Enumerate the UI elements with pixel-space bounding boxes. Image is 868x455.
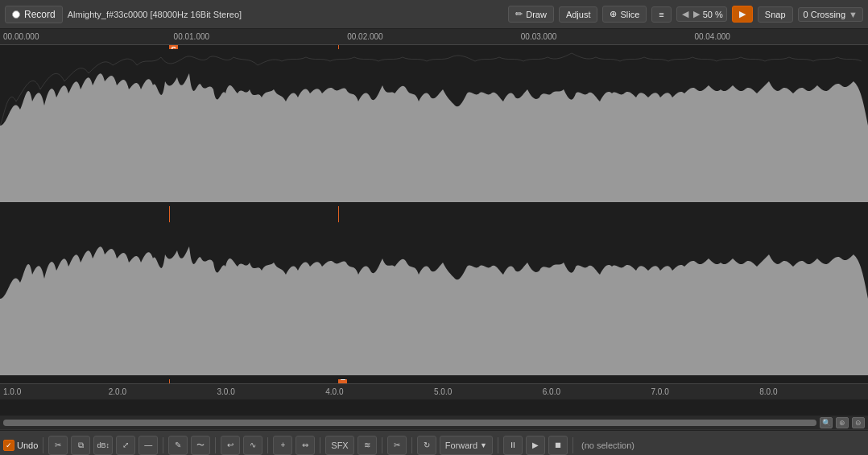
ruler-marks: 00.00.000 00.01.000 00.02.000 00.03.000 … (0, 29, 868, 44)
cut-button[interactable]: ✂ (48, 436, 68, 455)
wave-icon: ∿ (250, 441, 256, 449)
time-ruler: 00.00.000 00.01.000 00.02.000 00.03.000 … (0, 29, 868, 45)
scissors-button[interactable]: ✂ (387, 436, 407, 455)
divider-5 (320, 437, 320, 453)
wavy-button[interactable]: 〜 (191, 436, 210, 455)
pause-button[interactable]: ⏸ (503, 436, 523, 455)
stop-button[interactable]: ⏹ (548, 436, 568, 455)
waveform-icon-button[interactable]: ≋ (358, 436, 377, 455)
zoom-out-button[interactable]: ⊖ (852, 417, 865, 428)
zoom-in-button[interactable]: ⊕ (836, 417, 849, 428)
expand-icon: ⇔ (302, 441, 308, 449)
copy-icon: ⧉ (78, 441, 84, 450)
scroll-thumb[interactable] (3, 420, 816, 426)
slice-icon: ⊕ (610, 9, 617, 19)
wavy-icon: 〜 (196, 440, 205, 451)
bottom-mark-6: 7.0.0 (651, 387, 669, 396)
divider-2 (163, 437, 163, 453)
draw-label: Draw (526, 10, 547, 19)
status-text: (no selection) (581, 441, 634, 450)
wave-button[interactable]: ∿ (243, 436, 262, 455)
bottom-ruler: 1.0.0 2.0.0 3.0.0 4.0.0 5.0.0 6.0.0 7.0.… (0, 383, 868, 399)
bottom-mark-2: 3.0.0 (217, 387, 235, 396)
loop-button[interactable]: ↻ (417, 436, 436, 455)
pencil-button[interactable]: ✎ (168, 436, 188, 455)
expand-button[interactable]: ⇔ (296, 436, 315, 455)
ruler-mark-2: 00.02.000 (347, 32, 383, 41)
ruler-mark-4: 00.04.000 (694, 32, 730, 41)
plus-icon: + (280, 441, 285, 449)
bottom-mark-7: 8.0.0 (759, 387, 777, 396)
cut-icon: ✂ (55, 441, 61, 449)
ruler-mark-0: 00.00.000 (3, 32, 39, 41)
bars-icon: ≡ (659, 10, 663, 19)
db-icon: dB↕ (97, 441, 110, 449)
waveform-icon: ≋ (364, 441, 370, 449)
dash-button[interactable]: — (138, 436, 158, 455)
play-icon: ▶ (739, 9, 746, 19)
crossing-dropdown-arrow[interactable]: ▼ (849, 10, 858, 19)
stop-icon: ⏹ (554, 441, 562, 449)
zoom-right-arrow[interactable]: ▶ (692, 9, 701, 19)
crossing-area: 0 Crossing ▼ (798, 7, 863, 22)
bottom-mark-0: 1.0.0 (3, 387, 21, 396)
check-mark: ✓ (6, 441, 12, 449)
bottom-mark-3: 4.0.0 (325, 387, 343, 396)
divider-6 (382, 437, 382, 453)
waveform-container: 00.00.000 00.01.000 00.02.000 00.03.000 … (0, 29, 868, 416)
undo-icon: ↩ (227, 441, 234, 449)
draw-button[interactable]: ✏ Draw (508, 6, 554, 23)
dash-icon: — (144, 441, 152, 449)
divider-1 (43, 437, 43, 453)
crossing-label: 0 Crossing (804, 10, 846, 19)
ruler-mark-1: 00.01.000 (174, 32, 210, 41)
scroll-track[interactable] (3, 420, 816, 426)
move-icon: ⤢ (122, 441, 129, 449)
copy-button[interactable]: ⧉ (71, 436, 90, 455)
forward-label: Forward (445, 441, 477, 450)
divider-4 (267, 437, 268, 453)
loop-icon: ↻ (424, 441, 430, 449)
bars-icon-button[interactable]: ≡ (651, 6, 671, 23)
waveform-canvas[interactable]: S E (0, 45, 868, 383)
scrollbar-area: 🔍 ⊕ ⊖ (0, 416, 868, 430)
db-button[interactable]: dB↕ (93, 436, 113, 455)
move-button[interactable]: ⤢ (116, 436, 135, 455)
play-orange-button[interactable]: ▶ (732, 6, 753, 23)
undo-icon-button[interactable]: ↩ (221, 436, 240, 455)
zoom-left-arrow[interactable]: ◀ (680, 9, 690, 19)
zoom-control: ◀ ▶ 50 % (676, 6, 727, 22)
forward-dropdown-arrow: ▼ (480, 441, 487, 449)
sfx-label: SFX (331, 441, 348, 450)
divider-8 (498, 437, 498, 453)
adjust-button[interactable]: Adjust (559, 6, 598, 23)
undo-area: ✓ Undo (3, 440, 38, 451)
bottom-mark-4: 5.0.0 (434, 387, 452, 396)
pencil-icon: ✏ (515, 9, 523, 19)
plus-button[interactable]: + (273, 436, 292, 455)
undo-checkbox[interactable]: ✓ (3, 440, 14, 451)
play-icon: ▶ (532, 441, 539, 449)
search-icon[interactable]: 🔍 (820, 417, 833, 428)
bottom-toolbar: ✓ Undo ✂ ⧉ dB↕ ⤢ — ✎ 〜 ↩ ∿ + ⇔ SFX ≋ (0, 430, 868, 455)
divider-7 (411, 437, 412, 453)
record-button[interactable]: Record (5, 6, 63, 23)
sfx-button[interactable]: SFX (325, 436, 353, 455)
file-info: Almighty_f#33c0000 [48000Hz 16Bit Stereo… (68, 10, 504, 19)
pause-icon: ⏸ (509, 441, 517, 449)
record-dot (12, 10, 20, 19)
bottom-mark-1: 2.0.0 (109, 387, 126, 396)
play-button[interactable]: ▶ (526, 436, 545, 455)
divider-3 (215, 437, 216, 453)
scissors-icon: ✂ (394, 441, 400, 449)
forward-dropdown[interactable]: Forward ▼ (440, 436, 493, 455)
pencil-icon: ✎ (175, 441, 181, 449)
slice-button[interactable]: ⊕ Slice (602, 6, 647, 23)
zoom-percent: 50 % (703, 10, 723, 19)
undo-label: Undo (17, 441, 38, 450)
waveform-top (0, 45, 868, 383)
slice-label: Slice (620, 10, 639, 19)
snap-button[interactable]: Snap (758, 6, 793, 23)
adjust-label: Adjust (566, 10, 591, 19)
top-toolbar: Record Almighty_f#33c0000 [48000Hz 16Bit… (0, 0, 868, 29)
